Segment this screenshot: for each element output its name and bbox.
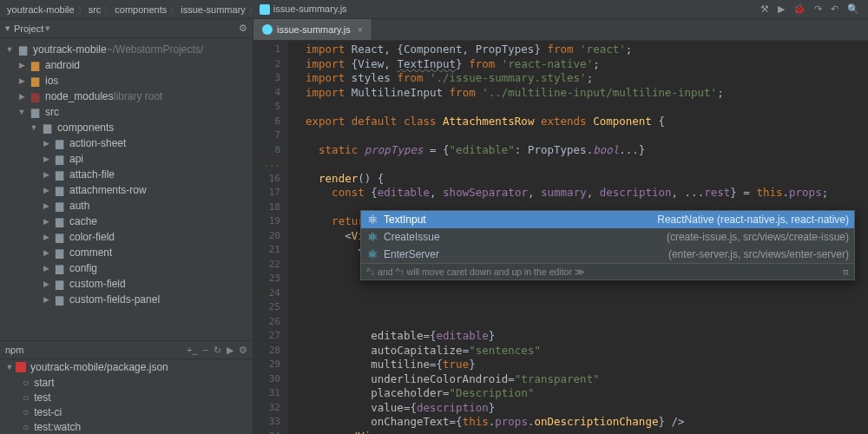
tree-item-label: android [45,59,80,71]
breadcrumb-item[interactable]: components [108,4,174,15]
autocomplete-item-TextInput[interactable]: ⚛TextInputReactNative (react-native.js, … [361,211,854,228]
chevron-icon: ▶ [40,217,52,226]
autocomplete-popup[interactable]: ⚛TextInputReactNative (react-native.js, … [360,210,855,280]
code-line[interactable]: underlineColorAndroid="transparent" [306,372,868,387]
tree-item-attach-file[interactable]: ▶▆attach-file [0,167,253,182]
close-icon[interactable]: × [358,24,363,35]
npm-script-start[interactable]: ○start [23,375,253,390]
folder-icon: ▆ [52,278,66,290]
gear-icon[interactable]: ⚙ [239,23,247,34]
build-icon[interactable]: ⚒ [760,3,769,15]
tree-item-node_modules[interactable]: ▶▆node_modules library root [0,89,253,104]
line-number: 33 [253,415,280,430]
chevron-icon: ▶ [40,186,52,194]
code-line[interactable]: const {editable, showSeparator, summary,… [306,186,868,201]
line-number: 18 [253,201,280,215]
tree-item-api[interactable]: ▶▆api [0,151,253,167]
code-line[interactable] [306,286,868,301]
tree-item-color-field[interactable]: ▶▆color-field [0,229,253,245]
code-line[interactable]: render() { [306,172,868,187]
breadcrumb-item[interactable]: issue-summary [174,4,253,15]
tree-item-components[interactable]: ▼▆components [0,120,253,135]
code-line[interactable]: autoCapitalize="sentences" [306,344,868,358]
line-number: 1 [253,43,280,57]
autocomplete-item-EnterServer[interactable]: ⚛EnterServer(enter-server.js, src/views/… [361,246,854,263]
line-number: 32 [253,401,280,416]
folder-icon: ▆ [40,122,54,134]
debug-icon[interactable]: 🐞 [793,3,806,15]
code-line[interactable] [306,100,868,115]
npm-script-label: test [34,391,50,404]
add-icon[interactable]: +_ [187,345,198,356]
tree-item-label: custom-field [69,278,126,290]
bullet-icon: ○ [23,391,29,404]
chevron-icon: ▶ [40,233,52,241]
npm-script-test[interactable]: ○test [23,390,253,404]
minus-icon[interactable]: − [203,345,208,356]
tree-item-config[interactable]: ▶▆config [0,260,253,276]
tree-item-action-sheet[interactable]: ▶▆action-sheet [0,135,253,151]
tree-item-label: node_modules [45,90,114,102]
npm-package[interactable]: ▼ youtrack-mobile/package.json [0,359,253,375]
bullet-icon: ○ [23,377,29,389]
code-line[interactable]: multiline={true} [306,358,868,372]
search-icon[interactable]: 🔍 [847,3,859,15]
tree-item-src[interactable]: ▼▆src [0,104,253,120]
code-line[interactable]: onChangeText={this.props.onDescriptionCh… [306,415,868,430]
breadcrumb-item[interactable]: youtrack-mobile [0,4,82,15]
code-line[interactable] [306,128,868,143]
code-line[interactable]: </View> [306,430,868,435]
project-panel-header[interactable]: ▾ Project ▾ ⚙ [0,19,253,38]
gear-icon[interactable]: ⚙ [239,345,247,356]
code-line[interactable] [306,300,868,315]
tree-item-attachments-row[interactable]: ▶▆attachments-row [0,182,253,198]
npm-panel-header[interactable]: npm +_ − ↻ ▶ ⚙ [0,340,253,359]
folder-icon: ▆ [16,43,30,56]
code-line[interactable] [306,157,868,172]
folder-icon: ▆ [52,293,66,306]
breadcrumb-item[interactable]: issue-summary.js [253,3,354,15]
folder-icon: ▆ [52,231,66,243]
code-line[interactable] [306,315,868,330]
react-icon: ⚛ [366,231,378,243]
undo-icon[interactable]: ↶ [831,3,838,15]
tree-item-label: cache [69,215,97,227]
rerun-icon[interactable]: ↷ [814,3,822,15]
tree-item-cache[interactable]: ▶▆cache [0,214,253,229]
code-line[interactable]: import styles from './issue-summary.styl… [306,71,868,86]
tree-item-ios[interactable]: ▶▆ios [0,73,253,89]
npm-script-test-ci[interactable]: ○test-ci [23,404,253,419]
run-icon[interactable]: ▶ [227,345,233,356]
code-line[interactable]: placeholder="Description" [306,386,868,401]
npm-script-test:watch[interactable]: ○test:watch [23,419,253,434]
folder-icon: ▆ [52,200,66,212]
tree-item-custom-field[interactable]: ▶▆custom-field [0,276,253,292]
code-area[interactable]: 12345678...16171819202122232425262728293… [253,41,868,434]
tree-item-label: attach-file [69,168,115,181]
autocomplete-item-CreateIssue[interactable]: ⚛CreateIssue(create-issue.js, src/views/… [361,228,854,246]
code-line[interactable]: import {View, TextInput} from 'react-nat… [306,57,868,72]
tree-item-youtrack-mobile[interactable]: ▼▆youtrack-mobile ~/WebstormProjects/ [0,42,253,57]
line-number: ... [253,157,280,172]
tree-item-comment[interactable]: ▶▆comment [0,245,253,260]
chevron-down-icon[interactable]: ▾ [45,23,50,34]
code-line[interactable]: value={description} [306,401,868,416]
project-panel-title: Project [14,23,43,34]
code-line[interactable]: export default class AttachmentsRow exte… [306,115,868,129]
code-line[interactable]: static propTypes = {"editable": PropType… [306,143,868,158]
refresh-icon[interactable]: ↻ [214,345,221,356]
code-line[interactable]: editable={editable} [306,329,868,344]
tree-item-custom-fields-panel[interactable]: ▶▆custom-fields-panel [0,292,253,307]
run-icon[interactable]: ▶ [778,3,785,15]
folder-icon: ▆ [52,153,66,165]
tab-issue-summary[interactable]: issue-summary.js × [253,19,372,40]
code-line[interactable]: import React, {Component, PropTypes} fro… [306,43,868,57]
pi-icon: π [843,266,849,277]
breadcrumb-item[interactable]: src [82,4,108,15]
tree-item-label: components [57,122,114,134]
tree-item-auth[interactable]: ▶▆auth [0,198,253,214]
project-tree[interactable]: ▼▆youtrack-mobile ~/WebstormProjects/▶▆a… [0,38,253,340]
folder-icon: ▆ [52,137,66,149]
code-line[interactable]: import MultilineInput from '../multiline… [306,86,868,101]
tree-item-android[interactable]: ▶▆android [0,57,253,73]
